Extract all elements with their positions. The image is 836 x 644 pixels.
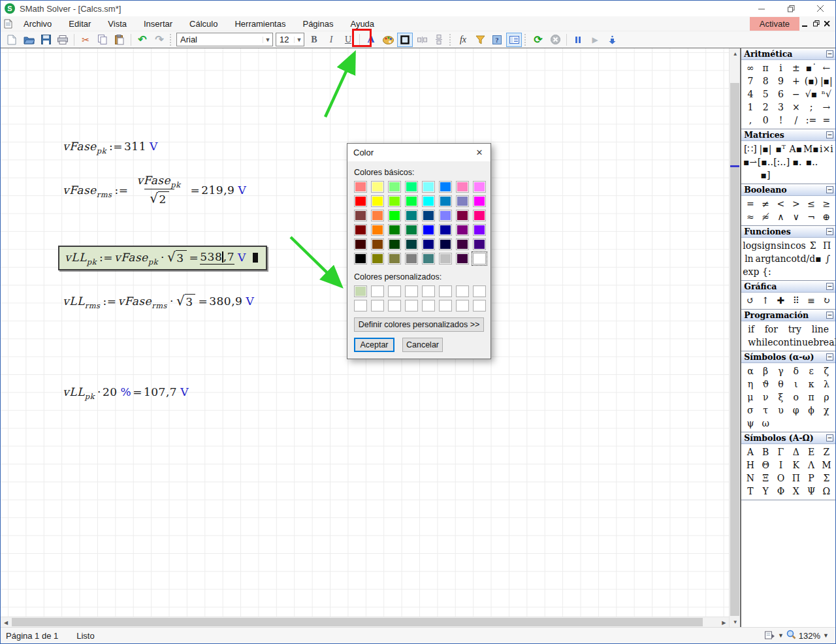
- palette-item[interactable]: ←: [819, 61, 834, 74]
- palette-item[interactable]: ϕ: [803, 404, 818, 417]
- help-reference-button[interactable]: ?: [489, 33, 505, 47]
- insert-function-button[interactable]: fx: [455, 33, 471, 47]
- palette-item[interactable]: exp: [743, 265, 759, 278]
- palette-item[interactable]: ,: [743, 114, 758, 127]
- basic-color-swatch[interactable]: [456, 238, 469, 250]
- page-layout-icon[interactable]: [765, 630, 775, 641]
- palette-item[interactable]: Π: [820, 239, 834, 252]
- palette-item[interactable]: arg: [756, 252, 771, 265]
- custom-color-swatch[interactable]: [456, 300, 469, 312]
- palette-item[interactable]: ρ: [819, 391, 834, 404]
- custom-color-swatch[interactable]: [456, 285, 469, 297]
- basic-color-swatch[interactable]: [439, 210, 452, 221]
- custom-color-swatch[interactable]: [439, 300, 452, 312]
- define-custom-colors-button[interactable]: Definir colores personalizados >>: [354, 317, 484, 332]
- vertical-scroll-thumb[interactable]: [730, 83, 739, 616]
- menu-item-archivo[interactable]: Archivo: [15, 17, 60, 31]
- basic-color-swatch[interactable]: [422, 224, 435, 236]
- scroll-right-arrow[interactable]: ▶: [718, 617, 729, 628]
- basic-color-swatch[interactable]: [388, 210, 401, 221]
- palette-item[interactable]: ε: [803, 364, 818, 378]
- font-color-button[interactable]: A: [363, 33, 379, 47]
- palette-item[interactable]: Χ: [788, 485, 803, 498]
- collapse-icon[interactable]: −: [826, 131, 833, 138]
- palette-item[interactable]: σ: [743, 404, 758, 417]
- basic-color-swatch[interactable]: [422, 210, 435, 221]
- palette-item[interactable]: 5: [758, 88, 773, 101]
- palette-item[interactable]: sign: [757, 239, 777, 252]
- horizontal-scrollbar[interactable]: ◀ ▶: [1, 617, 729, 627]
- palette-item[interactable]: ≤: [803, 197, 818, 210]
- palette-item[interactable]: Ψ: [803, 485, 818, 498]
- palette-item[interactable]: β: [758, 364, 773, 378]
- basic-color-swatch[interactable]: [473, 224, 486, 236]
- palette-item[interactable]: Ξ: [758, 472, 773, 485]
- palette-item[interactable]: Θ: [758, 459, 773, 472]
- basic-color-swatch[interactable]: [473, 195, 486, 207]
- palette-item[interactable]: cos: [790, 239, 805, 252]
- document-icon[interactable]: [1, 19, 15, 29]
- copy-button[interactable]: [95, 33, 110, 47]
- palette-item[interactable]: ▪.: [790, 155, 805, 182]
- palette-item[interactable]: [:‥]: [773, 155, 790, 182]
- horizontal-separator-button[interactable]: [414, 33, 430, 47]
- paste-button[interactable]: [112, 33, 127, 47]
- palette-item[interactable]: λ: [819, 378, 834, 391]
- basic-color-swatch[interactable]: [388, 195, 401, 207]
- activate-button[interactable]: Activate: [750, 17, 799, 31]
- chevron-down-icon[interactable]: ▼: [778, 632, 784, 639]
- custom-color-swatch[interactable]: [405, 300, 418, 312]
- basic-color-swatch[interactable]: [388, 238, 401, 250]
- palette-item[interactable]: Μ: [819, 459, 834, 472]
- stop-button[interactable]: [547, 33, 563, 47]
- palette-item[interactable]: ψ: [743, 417, 758, 430]
- palette-item[interactable]: Ρ: [803, 472, 818, 485]
- palette-item[interactable]: line: [812, 323, 829, 336]
- menu-item-editar[interactable]: Editar: [60, 17, 99, 31]
- palette-item[interactable]: ▪..: [805, 155, 820, 182]
- collapse-icon[interactable]: −: [826, 50, 833, 57]
- scroll-down-arrow[interactable]: ▼: [730, 617, 741, 627]
- collapse-icon[interactable]: −: [826, 186, 833, 193]
- palette-item[interactable]: break: [813, 336, 835, 349]
- restore-button[interactable]: [777, 1, 806, 16]
- custom-color-swatch[interactable]: [405, 285, 418, 297]
- palette-item[interactable]: Φ: [773, 485, 788, 498]
- palette-item[interactable]: π: [758, 61, 773, 74]
- collapse-icon[interactable]: −: [826, 434, 833, 442]
- palette-item[interactable]: Β: [758, 445, 773, 459]
- palette-item[interactable]: while: [748, 336, 773, 349]
- palette-item[interactable]: ι: [788, 378, 803, 391]
- menu-item-herramientas[interactable]: Herramientas: [226, 17, 294, 31]
- basic-color-swatch[interactable]: [422, 195, 435, 207]
- palette-item[interactable]: √▪: [803, 88, 818, 101]
- palette-item[interactable]: Ω: [819, 485, 834, 498]
- palette-item[interactable]: cot: [786, 252, 801, 265]
- custom-color-swatch[interactable]: [388, 300, 401, 312]
- new-page-button[interactable]: [4, 33, 20, 47]
- chevron-down-icon[interactable]: ▼: [294, 37, 304, 43]
- mdi-minimize-button[interactable]: [799, 18, 811, 29]
- ok-button[interactable]: Aceptar: [354, 338, 394, 352]
- basic-color-swatch[interactable]: [439, 238, 452, 250]
- basic-color-swatch[interactable]: [371, 195, 384, 207]
- palette-item[interactable]: Α: [743, 445, 758, 459]
- palette-item[interactable]: tan: [771, 252, 786, 265]
- custom-color-swatch[interactable]: [388, 285, 401, 297]
- palette-item[interactable]: ∞: [743, 61, 758, 74]
- basic-color-swatch[interactable]: [473, 210, 486, 221]
- palette-item[interactable]: ≠: [758, 197, 773, 210]
- palette-item[interactable]: ⁿ√: [819, 88, 834, 101]
- palette-item[interactable]: φ: [788, 404, 803, 417]
- formula-vFase-rms[interactable]: vFaserms := vFasepk√2 = 219,9V: [63, 174, 246, 206]
- palette-item[interactable]: ≈: [743, 210, 758, 223]
- basic-color-swatch[interactable]: [354, 181, 367, 193]
- vertical-scrollbar[interactable]: ▲ ▼: [729, 48, 740, 627]
- custom-color-swatch[interactable]: [439, 285, 452, 297]
- open-file-button[interactable]: [21, 33, 37, 47]
- palette-item[interactable]: 8: [758, 74, 773, 88]
- formula-vFase-pk[interactable]: vFasepk := 311V: [63, 140, 158, 153]
- font-family-select[interactable]: Arial▼: [176, 33, 273, 46]
- palette-item[interactable]: ↑: [758, 294, 773, 307]
- formula-vLL-pk[interactable]: vLLpk := vFasepk · √3 = 538,7V: [65, 250, 258, 265]
